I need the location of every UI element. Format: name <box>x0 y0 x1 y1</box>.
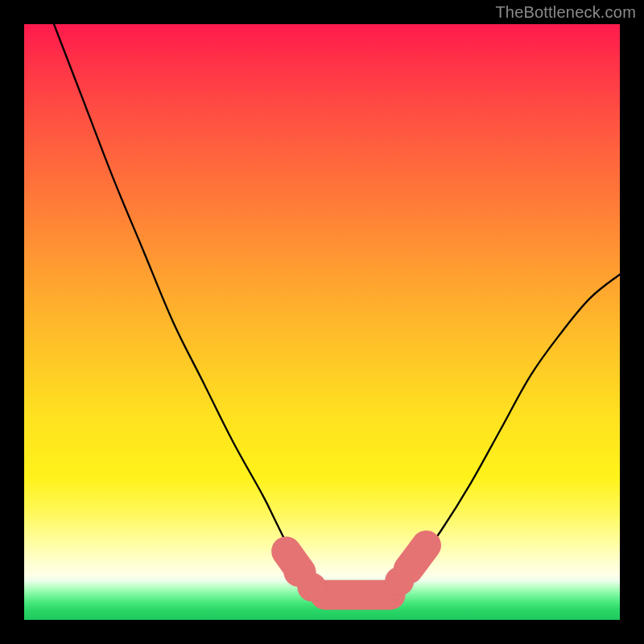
curve-layer <box>54 24 620 597</box>
marker-pill <box>287 551 302 572</box>
plot-area <box>24 24 620 620</box>
watermark-text: TheBottleneck.com <box>495 3 636 22</box>
marker-layer <box>284 546 427 602</box>
bottleneck-curve <box>54 24 620 597</box>
chart-svg <box>24 24 620 620</box>
marker-pill <box>408 546 426 570</box>
chart-frame: TheBottleneck.com <box>0 0 644 644</box>
